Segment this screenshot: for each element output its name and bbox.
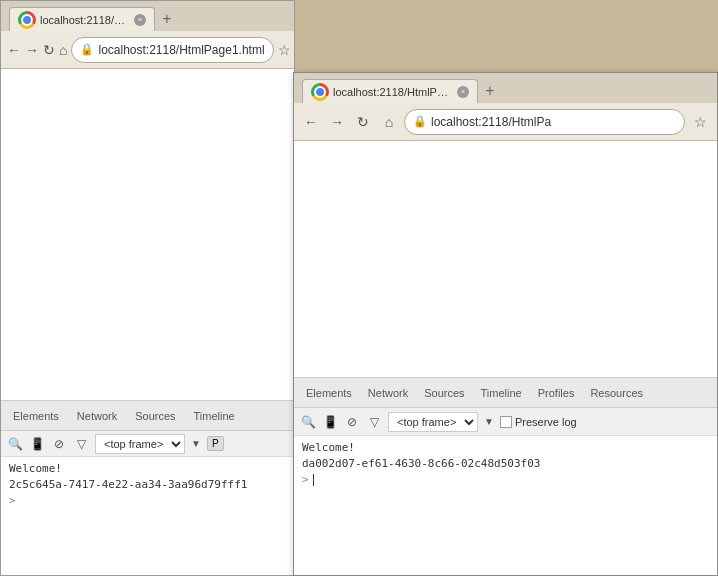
fg-frame-select[interactable]: <top frame>	[388, 412, 478, 432]
fg-address-bar[interactable]: 🔒 localhost:2118/HtmlPa	[404, 109, 685, 135]
fg-forward-button[interactable]: →	[326, 111, 348, 133]
fg-star-button[interactable]: ☆	[689, 111, 711, 133]
bg-home-button[interactable]: ⌂	[59, 39, 67, 61]
fg-dt-search-icon[interactable]: 🔍	[300, 414, 316, 430]
bg-tab-title: localhost:2118/HtmlPage	[40, 14, 130, 26]
bg-devtools-tabs: Elements Network Sources Timeline	[1, 401, 294, 431]
bg-tab-bar: localhost:2118/HtmlPage × +	[1, 1, 294, 31]
bg-toolbar: ← → ↻ ⌂ 🔒 localhost:2118/HtmlPage1.html …	[1, 31, 294, 69]
fg-toolbar: ← → ↻ ⌂ 🔒 localhost:2118/HtmlPa ☆	[294, 103, 717, 141]
fg-home-button[interactable]: ⌂	[378, 111, 400, 133]
bg-dt-tab-sources[interactable]: Sources	[127, 406, 183, 426]
bg-dt-tab-elements[interactable]: Elements	[5, 406, 67, 426]
bg-address-text: localhost:2118/HtmlPage1.html	[98, 43, 264, 57]
bg-address-bar[interactable]: 🔒 localhost:2118/HtmlPage1.html	[71, 37, 273, 63]
bg-console-line-2: 2c5c645a-7417-4e22-aa34-3aa96d79fff1	[9, 477, 286, 493]
bg-dt-mobile-icon[interactable]: 📱	[29, 436, 45, 452]
bg-prompt-arrow: >	[9, 493, 16, 509]
fg-console-line-2: da002d07-ef61-4630-8c66-02c48d503f03	[302, 456, 709, 472]
background-browser: localhost:2118/HtmlPage × + ← → ↻ ⌂ 🔒 lo…	[0, 0, 295, 576]
bg-security-icon: 🔒	[80, 43, 94, 56]
bg-new-tab-button[interactable]: +	[155, 7, 179, 31]
bg-reload-button[interactable]: ↻	[43, 39, 55, 61]
bg-tab-close-button[interactable]: ×	[134, 14, 146, 26]
fg-preserve-log-label[interactable]: Preserve log	[500, 416, 577, 428]
bg-devtools-console: Welcome! 2c5c645a-7417-4e22-aa34-3aa96d7…	[1, 457, 294, 575]
fg-devtools-tabs: Elements Network Sources Timeline Profil…	[294, 378, 717, 408]
bg-dt-clear-icon[interactable]: P	[207, 436, 224, 451]
bg-browser-content	[1, 69, 294, 400]
fg-devtools-toolbar: 🔍 📱 ⊘ ▽ <top frame> ▼ Preserve log	[294, 408, 717, 436]
bg-console-prompt[interactable]: >	[9, 493, 286, 509]
bg-dt-search-icon[interactable]: 🔍	[7, 436, 23, 452]
fg-dt-dropdown-icon[interactable]: ▼	[484, 416, 494, 427]
fg-tab-favicon	[311, 83, 329, 101]
bg-dt-tab-network[interactable]: Network	[69, 406, 125, 426]
bg-forward-button[interactable]: →	[25, 39, 39, 61]
fg-cursor	[313, 474, 314, 486]
fg-devtools-console: Welcome! da002d07-ef61-4630-8c66-02c48d5…	[294, 436, 717, 575]
fg-dt-tab-sources[interactable]: Sources	[416, 383, 472, 403]
fg-tab-bar: localhost:2118/HtmlPage × +	[294, 73, 717, 103]
fg-tab-close-button[interactable]: ×	[457, 86, 469, 98]
fg-dt-tab-resources[interactable]: Resources	[582, 383, 651, 403]
fg-prompt-arrow: >	[302, 472, 309, 488]
bg-active-tab[interactable]: localhost:2118/HtmlPage ×	[9, 7, 155, 31]
bg-devtools: Elements Network Sources Timeline 🔍 📱 ⊘ …	[1, 400, 294, 575]
bg-tab-favicon	[18, 11, 36, 29]
fg-dt-tab-elements[interactable]: Elements	[298, 383, 360, 403]
fg-preserve-log-text: Preserve log	[515, 416, 577, 428]
fg-console-prompt[interactable]: >	[302, 472, 709, 488]
fg-reload-button[interactable]: ↻	[352, 111, 374, 133]
fg-address-text: localhost:2118/HtmlPa	[431, 115, 551, 129]
bg-devtools-toolbar: 🔍 📱 ⊘ ▽ <top frame> ▼ P	[1, 431, 294, 457]
fg-tab-title: localhost:2118/HtmlPage	[333, 86, 453, 98]
fg-dt-tab-profiles[interactable]: Profiles	[530, 383, 583, 403]
fg-dt-filter-icon[interactable]: ▽	[366, 414, 382, 430]
fg-devtools: Elements Network Sources Timeline Profil…	[294, 377, 717, 575]
fg-active-tab[interactable]: localhost:2118/HtmlPage ×	[302, 79, 478, 103]
fg-console-line-1: Welcome!	[302, 440, 709, 456]
fg-security-icon: 🔒	[413, 115, 427, 128]
bg-frame-select[interactable]: <top frame>	[95, 434, 185, 454]
fg-dt-tab-timeline[interactable]: Timeline	[473, 383, 530, 403]
bg-dt-tab-timeline[interactable]: Timeline	[186, 406, 243, 426]
fg-browser-content	[294, 141, 717, 377]
fg-dt-mobile-icon[interactable]: 📱	[322, 414, 338, 430]
fg-preserve-log-checkbox[interactable]	[500, 416, 512, 428]
bg-dt-dropdown-icon[interactable]: ▼	[191, 438, 201, 449]
bg-star-button[interactable]: ☆	[278, 39, 291, 61]
bg-console-line-1: Welcome!	[9, 461, 286, 477]
foreground-browser: localhost:2118/HtmlPage × + ← → ↻ ⌂ 🔒 lo…	[293, 72, 718, 576]
fg-new-tab-button[interactable]: +	[478, 79, 502, 103]
fg-dt-tab-network[interactable]: Network	[360, 383, 416, 403]
fg-dt-stop-icon[interactable]: ⊘	[344, 414, 360, 430]
bg-dt-filter-icon[interactable]: ▽	[73, 436, 89, 452]
fg-back-button[interactable]: ←	[300, 111, 322, 133]
bg-dt-stop-icon[interactable]: ⊘	[51, 436, 67, 452]
bg-back-button[interactable]: ←	[7, 39, 21, 61]
